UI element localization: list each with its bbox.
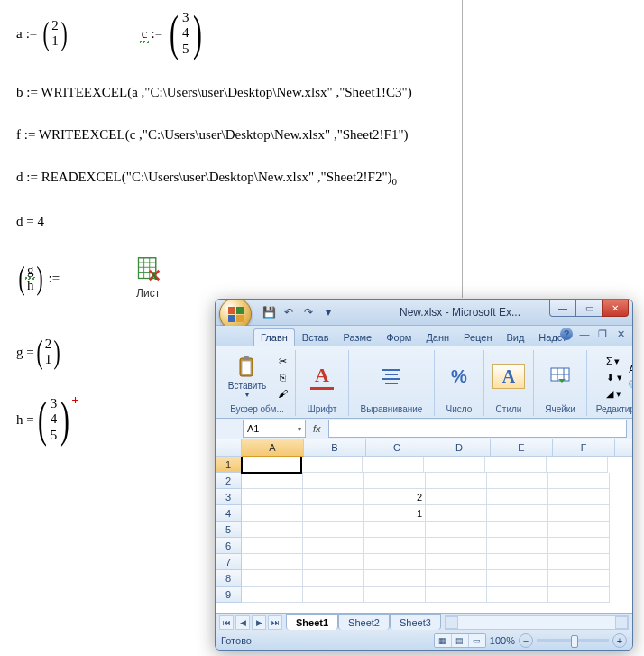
cell[interactable]: [485, 457, 547, 473]
cells-button[interactable]: [544, 362, 576, 393]
cell[interactable]: [426, 522, 487, 538]
cell[interactable]: [426, 587, 487, 603]
qat-redo-icon[interactable]: ↷: [300, 304, 317, 320]
autosum-button[interactable]: Σ ▾: [606, 354, 620, 368]
cell[interactable]: [242, 489, 303, 505]
cell[interactable]: [364, 570, 426, 587]
cell[interactable]: [364, 587, 426, 603]
cell[interactable]: [242, 570, 303, 587]
zoom-slider[interactable]: [537, 639, 609, 642]
cell[interactable]: [487, 554, 548, 570]
tab-data[interactable]: Данн: [419, 328, 456, 346]
zoom-out-button[interactable]: −: [519, 633, 533, 648]
cell[interactable]: [242, 538, 303, 554]
cell[interactable]: [303, 489, 364, 505]
cell[interactable]: [303, 473, 364, 489]
cell-A1[interactable]: [241, 457, 302, 474]
cell[interactable]: [548, 522, 610, 538]
number-format-button[interactable]: %: [443, 362, 475, 393]
cell-styles-button[interactable]: A: [488, 361, 529, 393]
zoom-level[interactable]: 100%: [490, 635, 515, 646]
mdi-close[interactable]: ✕: [614, 328, 627, 340]
cell[interactable]: [487, 538, 548, 554]
qat-undo-icon[interactable]: ↶: [281, 304, 297, 320]
cell[interactable]: [487, 522, 548, 538]
sheet-tab[interactable]: Sheet2: [338, 614, 390, 630]
fx-icon[interactable]: fx: [313, 423, 321, 434]
result-h[interactable]: h = ( 3 4 5 ): [16, 395, 73, 444]
definition-c[interactable]: c := ( 3 4 5 ): [142, 9, 206, 58]
help-button[interactable]: ?: [560, 328, 573, 340]
tab-view[interactable]: Вид: [499, 328, 531, 346]
row-header[interactable]: 9: [216, 587, 242, 603]
col-header[interactable]: D: [428, 439, 491, 456]
sheet-nav-prev-icon[interactable]: ◀: [235, 615, 250, 630]
view-normal-icon[interactable]: ▦: [435, 634, 452, 647]
cell[interactable]: [547, 457, 608, 473]
definition-gh[interactable]: ( g h ) :=: [16, 262, 63, 294]
select-all-corner[interactable]: [216, 439, 242, 456]
cut-icon[interactable]: ✂: [274, 354, 290, 368]
sheet-nav-first-icon[interactable]: ⏮: [219, 615, 234, 630]
minimize-button[interactable]: —: [549, 300, 576, 317]
result-g[interactable]: g = ( 2 1 ): [16, 336, 62, 368]
cell[interactable]: [426, 570, 487, 587]
mdi-restore[interactable]: ❐: [596, 328, 609, 340]
col-header[interactable]: E: [491, 439, 553, 456]
cell[interactable]: [242, 522, 303, 538]
maximize-button[interactable]: ▭: [575, 300, 603, 317]
cell[interactable]: [364, 538, 426, 554]
cell[interactable]: [487, 489, 548, 505]
col-header[interactable]: B: [304, 439, 366, 456]
name-box[interactable]: A1 ▾: [243, 420, 306, 438]
cell[interactable]: [426, 473, 487, 489]
cell[interactable]: [548, 473, 610, 489]
sheet-tab[interactable]: Sheet3: [390, 614, 441, 630]
clear-button[interactable]: ◢ ▾: [606, 386, 621, 401]
cell-C3[interactable]: 2: [364, 489, 426, 505]
cell[interactable]: [242, 587, 303, 603]
row-header[interactable]: 4: [216, 505, 242, 522]
mdi-minimize[interactable]: —: [578, 328, 591, 340]
horizontal-scrollbar[interactable]: [445, 615, 629, 630]
cell[interactable]: [548, 587, 610, 603]
tab-formulas[interactable]: Форм: [379, 328, 419, 346]
expr-f[interactable]: f := WRITEEXCEL(c ,"C:\Users\user\Deskto…: [16, 127, 628, 143]
cell[interactable]: [426, 554, 487, 570]
font-color-button[interactable]: A: [306, 361, 338, 394]
cell[interactable]: [303, 587, 364, 603]
tab-home[interactable]: Главн: [253, 328, 295, 346]
row-header[interactable]: 3: [216, 489, 242, 505]
cell[interactable]: [426, 505, 487, 522]
cell[interactable]: [303, 538, 364, 554]
cell[interactable]: [548, 505, 610, 522]
expr-d[interactable]: d := READEXCEL("C:\Users\user\Desktop\Ne…: [16, 170, 628, 187]
copy-icon[interactable]: ⎘: [274, 370, 290, 384]
cell[interactable]: [548, 570, 610, 587]
col-header[interactable]: A: [242, 439, 304, 457]
zoom-in-button[interactable]: +: [612, 633, 627, 648]
cell[interactable]: [548, 554, 610, 570]
cell[interactable]: [303, 522, 364, 538]
cell[interactable]: [303, 570, 364, 587]
tab-review[interactable]: Рецен: [456, 328, 499, 346]
result-d[interactable]: d = 4: [16, 214, 628, 229]
cell[interactable]: [242, 554, 303, 570]
fill-button[interactable]: ⬇ ▾: [606, 370, 622, 384]
excel-component[interactable]: X Лист: [135, 256, 161, 300]
cell[interactable]: [487, 473, 548, 489]
cell[interactable]: [301, 457, 363, 473]
tab-layout[interactable]: Разме: [336, 328, 380, 346]
cell[interactable]: [487, 570, 548, 587]
cell-C4[interactable]: 1: [364, 505, 426, 522]
cell[interactable]: [303, 505, 364, 522]
format-painter-icon[interactable]: 🖌: [274, 386, 290, 401]
qat-save-icon[interactable]: 💾: [261, 304, 277, 320]
alignment-button[interactable]: [375, 362, 408, 393]
view-layout-icon[interactable]: ▤: [452, 634, 469, 647]
cell[interactable]: [426, 489, 487, 505]
tab-insert[interactable]: Встав: [295, 328, 336, 346]
sort-filter-button[interactable]: A▾: [626, 362, 633, 376]
cell[interactable]: [242, 505, 303, 522]
formula-bar[interactable]: [328, 420, 627, 438]
